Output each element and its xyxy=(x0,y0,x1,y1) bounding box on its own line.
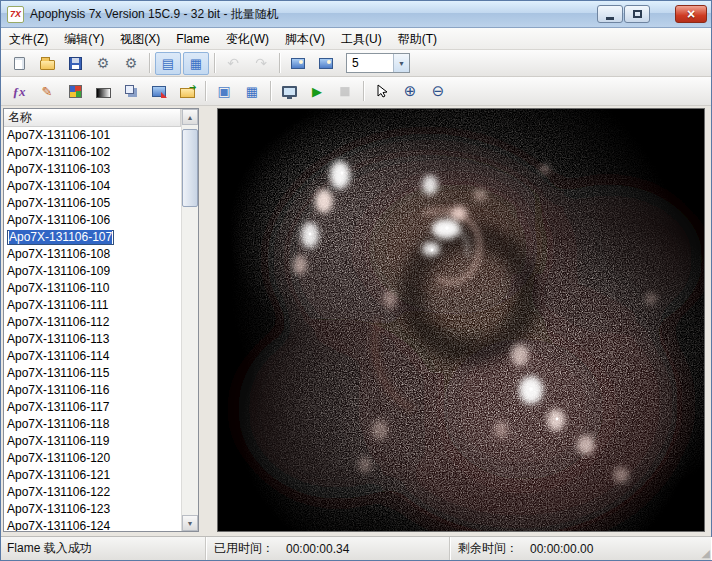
images-icon xyxy=(319,58,333,69)
zoom-out-icon: ⊖ xyxy=(432,84,445,99)
minimize-button[interactable] xyxy=(597,5,623,23)
image-export-icon xyxy=(152,86,166,97)
export-flame-button[interactable] xyxy=(174,80,200,103)
statusbar: Flame 载入成功 已用时间： 00:00:00.34 剩余时间： 00:00… xyxy=(1,536,711,560)
scrollbar-thumb[interactable] xyxy=(182,129,198,207)
new-document-icon xyxy=(14,57,25,70)
editor-button[interactable]: ƒx xyxy=(6,80,32,103)
flame-list-item[interactable]: Apo7X-131106-101 xyxy=(4,127,181,144)
select-mode-button[interactable] xyxy=(369,80,395,103)
palette-button[interactable] xyxy=(90,80,116,103)
scroll-down-button[interactable]: ▼ xyxy=(182,515,198,531)
flame-list-item[interactable]: Apo7X-131106-102 xyxy=(4,144,181,161)
open-button[interactable] xyxy=(34,52,60,75)
menu-variation[interactable]: 变化(W) xyxy=(218,28,277,50)
palette-icon xyxy=(69,85,82,98)
flame-list-item[interactable]: Apo7X-131106-124 xyxy=(4,518,181,531)
workspace: 名称 Apo7X-131106-101 Apo7X-131106-102 Apo… xyxy=(1,106,711,536)
start-render-button[interactable]: ▶ xyxy=(304,80,330,103)
flame-list-item[interactable]: Apo7X-131106-111 xyxy=(4,297,181,314)
scroll-down-icon: ▼ xyxy=(187,520,194,527)
flame-list-item[interactable]: Apo7X-131106-108 xyxy=(4,246,181,263)
flame-list-item[interactable]: Apo7X-131106-121 xyxy=(4,467,181,484)
undo-button[interactable]: ↶ xyxy=(220,52,246,75)
toolbar-separator xyxy=(363,81,364,101)
flame-list-item[interactable]: Apo7X-131106-106 xyxy=(4,212,181,229)
preview-window-button[interactable] xyxy=(276,80,302,103)
rename-selected-text: Apo7X-131106-107 xyxy=(9,230,112,244)
flame-list-item[interactable]: Apo7X-131106-104 xyxy=(4,178,181,195)
gears-icon: ⚙ xyxy=(125,56,138,70)
remaining-value: 00:00:00.00 xyxy=(530,542,593,556)
save-button[interactable] xyxy=(62,52,88,75)
gear-icon: ⚙ xyxy=(97,56,110,70)
flame-list-item[interactable]: Apo7X-131106-114 xyxy=(4,348,181,365)
flame-list-item[interactable]: Apo7X-131106-120 xyxy=(4,450,181,467)
stop-render-button[interactable]: ■ xyxy=(332,80,358,103)
gradient-icon xyxy=(96,88,111,98)
scroll-up-button[interactable]: ▲ xyxy=(182,109,198,125)
maximize-button[interactable] xyxy=(624,5,650,23)
flame-list-item[interactable]: Apo7X-131106-115 xyxy=(4,365,181,382)
close-button[interactable]: × xyxy=(675,5,707,23)
resize-grip[interactable]: ◢ xyxy=(702,548,710,559)
rename-edit-field[interactable]: Apo7X-131106-107 xyxy=(7,230,114,245)
menu-file[interactable]: 文件(Z) xyxy=(1,28,56,50)
mutation-button[interactable] xyxy=(118,80,144,103)
menu-edit[interactable]: 编辑(Y) xyxy=(56,28,112,50)
flame-list-item[interactable]: Apo7X-131106-116 xyxy=(4,382,181,399)
flame-list-item[interactable]: Apo7X-131106-123 xyxy=(4,501,181,518)
scrollbar-track[interactable] xyxy=(182,125,198,515)
flame-list: Apo7X-131106-101 Apo7X-131106-102 Apo7X-… xyxy=(4,127,181,531)
flame-list-item[interactable]: Apo7X-131106-119 xyxy=(4,433,181,450)
undo-icon: ↶ xyxy=(227,56,239,70)
toggle-list-panel-button[interactable]: ▤ xyxy=(155,52,181,75)
image-options-button[interactable] xyxy=(313,52,339,75)
flame-list-header[interactable]: 名称 xyxy=(4,109,181,127)
app-window: 7X Apophysis 7x Version 15C.9 - 32 bit -… xyxy=(0,0,712,561)
flame-list-item-selected[interactable]: Apo7X-131106-107 xyxy=(4,229,181,246)
new-flame-button[interactable] xyxy=(6,52,32,75)
adjust-button[interactable]: ✎ xyxy=(34,80,60,103)
open-folder-icon xyxy=(40,60,55,70)
flame-list-item[interactable]: Apo7X-131106-112 xyxy=(4,314,181,331)
app-icon-text: 7X xyxy=(10,9,21,19)
fractal-render xyxy=(218,109,704,531)
render-icon: ▣ xyxy=(217,84,230,98)
save-floppy-icon xyxy=(69,57,82,70)
close-icon: × xyxy=(687,7,695,21)
render-batch-icon: ▦ xyxy=(246,85,258,98)
flame-list-item[interactable]: Apo7X-131106-122 xyxy=(4,484,181,501)
menu-view[interactable]: 视图(X) xyxy=(112,28,168,50)
flame-list-item[interactable]: Apo7X-131106-113 xyxy=(4,331,181,348)
toolbar-separator xyxy=(205,81,206,101)
flame-list-item[interactable]: Apo7X-131106-109 xyxy=(4,263,181,280)
menu-help[interactable]: 帮助(T) xyxy=(390,28,445,50)
render-batch-button[interactable]: ▦ xyxy=(239,80,265,103)
flame-list-scrollbar: ▲ ▼ xyxy=(181,109,198,531)
flame-list-item[interactable]: Apo7X-131106-103 xyxy=(4,161,181,178)
remaining-time-panel: 剩余时间： 00:00:00.00 ◢ xyxy=(450,537,711,560)
density-dropdown[interactable]: 5 ▼ xyxy=(346,53,410,73)
menu-flame[interactable]: Flame xyxy=(168,28,217,50)
flame-list-item[interactable]: Apo7X-131106-117 xyxy=(4,399,181,416)
toggle-thumbnail-view-button[interactable]: ▦ xyxy=(183,52,209,75)
export-image-button[interactable] xyxy=(146,80,172,103)
options-button[interactable]: ⚙ xyxy=(90,52,116,75)
zoom-in-button[interactable]: ⊕ xyxy=(397,80,423,103)
scroll-up-icon: ▲ xyxy=(187,114,194,121)
cursor-icon xyxy=(376,84,388,98)
flame-list-item[interactable]: Apo7X-131106-110 xyxy=(4,280,181,297)
zoom-out-button[interactable]: ⊖ xyxy=(425,80,451,103)
titlebar: 7X Apophysis 7x Version 15C.9 - 32 bit -… xyxy=(1,1,711,28)
image-size-button[interactable] xyxy=(285,52,311,75)
settings-button[interactable]: ⚙ xyxy=(118,52,144,75)
menu-script[interactable]: 脚本(V) xyxy=(277,28,333,50)
flame-list-item[interactable]: Apo7X-131106-118 xyxy=(4,416,181,433)
gradient-button[interactable] xyxy=(62,80,88,103)
redo-button[interactable]: ↷ xyxy=(248,52,274,75)
edit-toolbar: ƒx ✎ ▣ ▦ ▶ ■ ⊕ ⊖ xyxy=(1,77,711,106)
menu-tools[interactable]: 工具(U) xyxy=(333,28,390,50)
render-flame-button[interactable]: ▣ xyxy=(211,80,237,103)
flame-list-item[interactable]: Apo7X-131106-105 xyxy=(4,195,181,212)
